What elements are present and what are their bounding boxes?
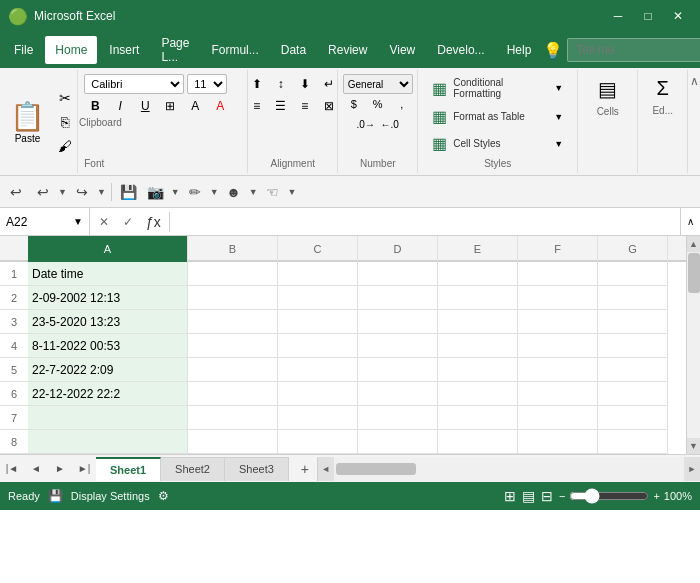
h-scroll-thumb[interactable]	[336, 463, 416, 475]
underline-button[interactable]: U	[134, 96, 156, 116]
h-scroll-track[interactable]	[334, 457, 684, 481]
comma-button[interactable]: ,	[391, 94, 413, 114]
sheet-tab-sheet3[interactable]: Sheet3	[225, 457, 289, 481]
cell-E3[interactable]	[438, 310, 518, 334]
cell-C2[interactable]	[278, 286, 358, 310]
cell-D7[interactable]	[358, 406, 438, 430]
cell-E5[interactable]	[438, 358, 518, 382]
cell-E1[interactable]	[438, 262, 518, 286]
accessibility-button[interactable]: ☻	[222, 180, 246, 204]
row-num-1[interactable]: 1	[0, 262, 28, 286]
scroll-down-button[interactable]: ▼	[687, 438, 701, 454]
autosave-button[interactable]: 💾	[117, 180, 141, 204]
sheet-nav-next[interactable]: ►	[48, 457, 72, 481]
italic-button[interactable]: I	[109, 96, 131, 116]
cell-B7[interactable]	[188, 406, 278, 430]
row-num-2[interactable]: 2	[0, 286, 28, 310]
col-header-B[interactable]: B	[188, 236, 278, 262]
row-num-3[interactable]: 3	[0, 310, 28, 334]
scroll-thumb[interactable]	[688, 253, 700, 293]
grid-view-icon[interactable]: ⊞	[504, 488, 516, 504]
bold-button[interactable]: B	[84, 96, 106, 116]
wrap-text-button[interactable]: ↵	[318, 74, 340, 94]
cell-E8[interactable]	[438, 430, 518, 454]
align-bottom-button[interactable]: ⬇	[294, 74, 316, 94]
cell-C5[interactable]	[278, 358, 358, 382]
zoom-slider[interactable]	[569, 488, 649, 504]
draw-button[interactable]: ✏	[183, 180, 207, 204]
col-header-G[interactable]: G	[598, 236, 668, 262]
ribbon-collapse-button[interactable]: ∧	[688, 70, 700, 173]
cell-F5[interactable]	[518, 358, 598, 382]
cell-ref-dropdown-icon[interactable]: ▼	[73, 216, 83, 227]
cell-D3[interactable]	[358, 310, 438, 334]
scroll-up-button[interactable]: ▲	[687, 236, 701, 252]
align-center-button[interactable]: ☰	[270, 96, 292, 116]
cell-C4[interactable]	[278, 334, 358, 358]
cell-C3[interactable]	[278, 310, 358, 334]
format-painter-button[interactable]: 🖌	[51, 135, 79, 157]
format-as-table-button[interactable]: ▦ Format as Table ▼	[426, 104, 569, 129]
row-num-4[interactable]: 4	[0, 334, 28, 358]
insert-function-button[interactable]: ƒx	[142, 214, 165, 230]
screenshot-button[interactable]: 📷	[144, 180, 168, 204]
menu-view[interactable]: View	[379, 36, 425, 64]
cell-F8[interactable]	[518, 430, 598, 454]
cell-B2[interactable]	[188, 286, 278, 310]
cell-F1[interactable]	[518, 262, 598, 286]
align-middle-button[interactable]: ↕	[270, 74, 292, 94]
currency-button[interactable]: $	[343, 94, 365, 114]
cell-A7[interactable]	[28, 406, 188, 430]
cells-button[interactable]: ▤	[588, 74, 628, 104]
cell-A3[interactable]: 23-5-2020 13:23	[28, 310, 188, 334]
redo-button[interactable]: ↪	[70, 180, 94, 204]
sheet-tab-sheet1[interactable]: Sheet1	[96, 457, 161, 481]
align-right-button[interactable]: ≡	[294, 96, 316, 116]
cell-A5[interactable]: 22-7-2022 2:09	[28, 358, 188, 382]
cancel-formula-button[interactable]: ✕	[94, 212, 114, 232]
cell-E2[interactable]	[438, 286, 518, 310]
font-name-select[interactable]: Calibri	[84, 74, 184, 94]
cell-F4[interactable]	[518, 334, 598, 358]
display-settings-icon[interactable]: ⚙	[158, 489, 169, 503]
cell-ref-box[interactable]: A22 ▼	[0, 208, 90, 235]
maximize-button[interactable]: □	[634, 2, 662, 30]
cell-D4[interactable]	[358, 334, 438, 358]
cell-B1[interactable]	[188, 262, 278, 286]
cell-G3[interactable]	[598, 310, 668, 334]
cell-G8[interactable]	[598, 430, 668, 454]
cell-D8[interactable]	[358, 430, 438, 454]
cell-F2[interactable]	[518, 286, 598, 310]
hand-button[interactable]: ☜	[261, 180, 285, 204]
cell-E6[interactable]	[438, 382, 518, 406]
cell-A4[interactable]: 8-11-2022 00:53	[28, 334, 188, 358]
row-num-7[interactable]: 7	[0, 406, 28, 430]
font-color-button[interactable]: A	[209, 96, 231, 116]
cell-E4[interactable]	[438, 334, 518, 358]
horizontal-scrollbar[interactable]: ◄ ►	[317, 457, 700, 481]
cell-C8[interactable]	[278, 430, 358, 454]
cell-B3[interactable]	[188, 310, 278, 334]
cell-G5[interactable]	[598, 358, 668, 382]
cell-styles-button[interactable]: ▦ Cell Styles ▼	[426, 131, 569, 156]
cell-D5[interactable]	[358, 358, 438, 382]
cell-B6[interactable]	[188, 382, 278, 406]
merge-button[interactable]: ⊠	[318, 96, 340, 116]
col-header-F[interactable]: F	[518, 236, 598, 262]
tell-me-input[interactable]	[567, 38, 700, 62]
close-button[interactable]: ✕	[664, 2, 692, 30]
cell-E7[interactable]	[438, 406, 518, 430]
confirm-formula-button[interactable]: ✓	[118, 212, 138, 232]
decrease-decimal-button[interactable]: ←.0	[379, 114, 401, 134]
page-layout-icon[interactable]: ▤	[522, 488, 535, 504]
cell-F3[interactable]	[518, 310, 598, 334]
cell-D2[interactable]	[358, 286, 438, 310]
vertical-scrollbar[interactable]: ▲ ▼	[686, 236, 700, 454]
editing-button[interactable]: Σ	[643, 74, 683, 103]
cell-A8[interactable]	[28, 430, 188, 454]
menu-page-layout[interactable]: Page L...	[151, 36, 199, 64]
cell-C1[interactable]	[278, 262, 358, 286]
cell-B5[interactable]	[188, 358, 278, 382]
align-top-button[interactable]: ⬆	[246, 74, 268, 94]
cell-A1[interactable]: Date time	[28, 262, 188, 286]
